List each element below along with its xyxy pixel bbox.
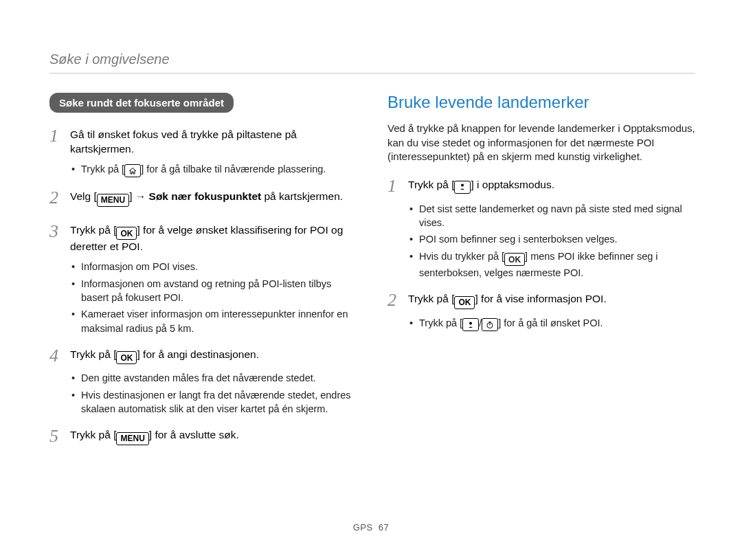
step-number: 3 (49, 222, 70, 254)
step-text: Gå til ønsket fokus ved å trykke på pilt… (70, 126, 357, 157)
svg-point-0 (461, 184, 464, 187)
ok-button-icon: OK (116, 227, 137, 240)
text: ] i opptaksmodus. (471, 179, 554, 190)
bullet: Kameraet viser informasjon om interessep… (71, 307, 357, 335)
step-text: Trykk på [MENU] for å avslutte søk. (70, 427, 357, 447)
section-divider (49, 73, 695, 74)
step-number: 5 (49, 427, 70, 447)
bullet: Hvis du trykker på [OK] mens POI ikke be… (409, 249, 695, 280)
text: Trykk på [ (419, 317, 462, 328)
step-1: 1 Trykk på [] i opptaksmodus. (387, 177, 695, 197)
step-4: 4 Trykk på [OK] for å angi destinasjonen… (49, 346, 357, 366)
step-1: 1 Gå til ønsket fokus ved å trykke på pi… (49, 126, 357, 157)
step-1-bullets: Trykk på [] for å gå tilbake til nåværen… (49, 162, 357, 178)
step-2: 2 Trykk på [OK] for å vise informasjon P… (387, 291, 695, 311)
right-column: Bruke levende landemerker Ved å trykke p… (387, 93, 695, 452)
text: Trykk på [ (70, 348, 116, 360)
landmark-icon (454, 181, 471, 194)
text: Trykk på [ (70, 224, 116, 236)
step-number: 2 (387, 291, 408, 311)
text: ] for å angi destinasjonen. (137, 348, 259, 360)
text: på kartskjermen. (265, 190, 344, 202)
footer-label: GPS (353, 522, 373, 533)
subsection-pill: Søke rundt det fokuserte området (49, 93, 234, 113)
text: ] for å vise informasjon POI. (475, 293, 606, 304)
text: Trykk på [ (408, 293, 454, 304)
bullet: Trykk på [] for å gå tilbake til nåværen… (71, 162, 357, 178)
bold-text: Søk nær fokuspunktet (146, 190, 264, 202)
step-3: 3 Trykk på [OK] for å velge ønsket klass… (49, 222, 357, 254)
step-2-bullets: Trykk på [/] for å gå til ønsket POI. (387, 316, 695, 332)
step-text: Trykk på [OK] for å vise informasjon POI… (408, 291, 695, 311)
text: ] for å avslutte søk. (149, 429, 239, 440)
step-text: Trykk på [OK] for å angi destinasjonen. (70, 346, 357, 366)
bullet: Trykk på [/] for å gå til ønsket POI. (409, 316, 695, 332)
step-text: Trykk på [OK] for å velge ønsket klassif… (70, 222, 357, 254)
bullet: POI som befinner seg i senterboksen velg… (409, 232, 695, 246)
text: ] for å gå til ønsket POI. (498, 317, 603, 328)
step-1-bullets: Det sist sette landemerket og navn på si… (387, 202, 695, 280)
step-5: 5 Trykk på [MENU] for å avslutte søk. (49, 427, 357, 447)
section-title: Søke i omgivelsene (49, 52, 695, 67)
step-3-bullets: Informasjon om POI vises. Informasjonen … (49, 260, 357, 335)
landmark-icon (462, 318, 479, 331)
page-number: 67 (379, 522, 389, 533)
menu-button-icon: MENU (116, 432, 148, 445)
text: Trykk på [ (81, 164, 124, 175)
step-text: Velg [MENU] → Søk nær fokuspunktet på ka… (70, 188, 357, 208)
ok-button-icon: OK (504, 253, 525, 266)
arrow-icon: → (135, 190, 146, 202)
bullet: Det sist sette landemerket og navn på si… (409, 202, 695, 230)
two-column-layout: Søke rundt det fokuserte området 1 Gå ti… (49, 93, 695, 452)
intro-paragraph: Ved å trykke på knappen for levende land… (387, 122, 695, 164)
text: Trykk på [ (408, 179, 454, 190)
menu-button-icon: MENU (97, 194, 129, 207)
timer-icon (482, 318, 498, 331)
step-number: 1 (49, 126, 70, 157)
step-2: 2 Velg [MENU] → Søk nær fokuspunktet på … (49, 188, 357, 208)
bullet: Informasjon om POI vises. (71, 260, 357, 273)
ok-button-icon: OK (116, 351, 137, 364)
text: ] for å gå tilbake til nåværende plasser… (141, 164, 326, 175)
step-number: 2 (49, 188, 70, 208)
document-page: Søke i omgivelsene Søke rundt det fokuse… (0, 0, 742, 452)
step-number: 1 (387, 177, 408, 197)
svg-point-1 (469, 322, 472, 324)
step-number: 4 (49, 346, 70, 366)
text: ] (129, 190, 135, 202)
text: Velg [ (70, 190, 97, 202)
left-column: Søke rundt det fokuserte området 1 Gå ti… (49, 93, 357, 452)
text: Hvis du trykker på [ (419, 251, 504, 262)
section-heading: Bruke levende landemerker (387, 93, 695, 112)
page-footer: GPS 67 (0, 522, 742, 533)
step-text: Trykk på [] i opptaksmodus. (408, 177, 695, 197)
text: Trykk på [ (70, 429, 116, 440)
bullet: Den gitte avstanden måles fra det nåvære… (71, 371, 357, 385)
home-icon (124, 164, 141, 177)
step-4-bullets: Den gitte avstanden måles fra det nåvære… (49, 371, 357, 416)
ok-button-icon: OK (454, 296, 475, 309)
bullet: Hvis destinasjonen er langt fra det nåvæ… (71, 388, 357, 416)
bullet: Informasjonen om avstand og retning på P… (71, 277, 357, 305)
